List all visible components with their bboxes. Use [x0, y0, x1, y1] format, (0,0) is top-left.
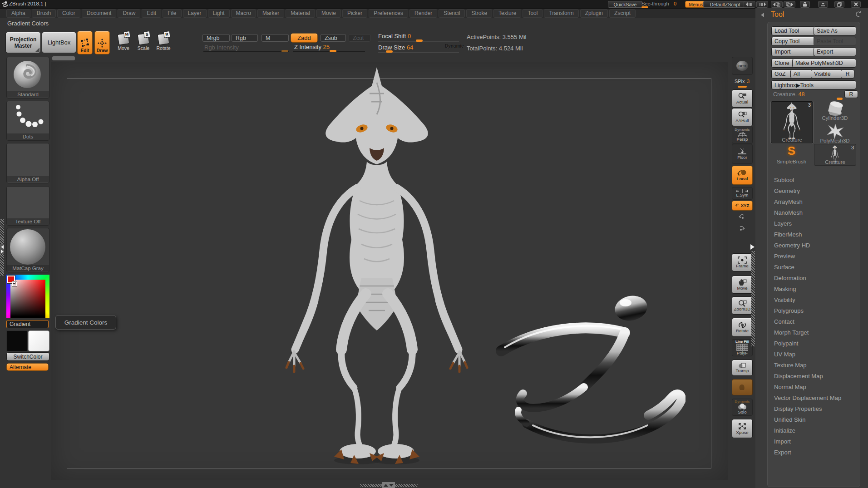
menu-edit[interactable]: Edit — [142, 9, 161, 18]
panel-divider-arrow[interactable] — [750, 244, 755, 250]
menu-document[interactable]: Document — [82, 9, 117, 18]
secondary-color-swatch[interactable] — [28, 330, 49, 351]
bpr-button[interactable]: BPR — [732, 57, 753, 75]
menu-zplugin[interactable]: Zplugin — [580, 9, 608, 18]
section-preview[interactable]: Preview — [768, 251, 860, 261]
section-normal-map[interactable]: Normal Map — [768, 381, 860, 392]
document-canvas[interactable] — [51, 62, 728, 480]
scroll-right-icon[interactable] — [756, 1, 768, 8]
lock-icon[interactable] — [800, 1, 810, 8]
menu-texture[interactable]: Texture — [493, 9, 521, 18]
tool-r-button[interactable]: R — [844, 90, 858, 98]
m-button[interactable]: M — [261, 34, 289, 42]
menu-material[interactable]: Material — [286, 9, 315, 18]
spix-control[interactable]: SPix 3 — [731, 77, 753, 88]
palette-reset-icon[interactable] — [855, 11, 862, 18]
menu-light[interactable]: Light — [208, 9, 230, 18]
section-display-properties[interactable]: Display Properties — [768, 403, 860, 414]
tool-thumbnail-cylinder3d[interactable]: Cylinder3D — [814, 100, 855, 121]
scale-button[interactable]: S Scale — [134, 34, 153, 51]
move-button[interactable]: M Move — [114, 34, 133, 51]
section-import[interactable]: Import — [768, 436, 860, 447]
switch-color-button[interactable]: SwitchColor — [6, 352, 49, 361]
section-geometry[interactable]: Geometry — [768, 185, 860, 196]
section-visibility[interactable]: Visibility — [768, 294, 860, 305]
section-surface[interactable]: Surface — [768, 261, 860, 272]
default-zscript-button[interactable]: DefaultZScript — [703, 1, 747, 8]
alpha-thumbnail-off[interactable]: Alpha Off — [6, 143, 49, 183]
section-deformation[interactable]: Deformation — [768, 272, 860, 283]
zadd-button[interactable]: Zadd — [291, 33, 318, 43]
section-initialize[interactable]: Initialize — [768, 425, 860, 436]
aahalf-button[interactable]: AAHalf — [732, 108, 753, 126]
projection-master-button[interactable]: Projection Master — [5, 32, 41, 53]
section-contact[interactable]: Contact — [768, 316, 860, 327]
z-intensity-handle[interactable] — [330, 50, 336, 52]
main-color-swatch[interactable] — [6, 330, 27, 351]
mrgb-button[interactable]: Mrgb — [202, 34, 230, 42]
focal-shift-handle[interactable] — [416, 39, 423, 42]
xpose-button[interactable]: Xpose — [732, 419, 753, 438]
scroll-left-icon[interactable] — [744, 1, 755, 8]
creature-model[interactable] — [272, 64, 481, 468]
minimize-icon[interactable] — [818, 1, 828, 8]
next-document-icon[interactable] — [784, 1, 795, 8]
section-texture-map[interactable]: Texture Map — [768, 360, 860, 370]
menu-render[interactable]: Render — [409, 9, 437, 18]
prev-document-icon[interactable] — [771, 1, 783, 8]
menu-zscript[interactable]: Zscript — [609, 9, 636, 18]
rotate-z-button[interactable] — [732, 224, 752, 233]
current-tool-handle[interactable] — [837, 98, 843, 100]
zcut-button[interactable]: Zcut — [349, 34, 370, 42]
stroke-thumbnail-dots[interactable]: Dots — [6, 101, 49, 141]
paste-tool-button[interactable]: Paste Tool — [814, 37, 856, 46]
menu-picker[interactable]: Picker — [342, 9, 367, 18]
goz-r-button[interactable]: R — [841, 69, 854, 79]
z-intensity-track[interactable] — [293, 51, 365, 52]
menu-stroke[interactable]: Stroke — [466, 9, 492, 18]
section-subtool[interactable]: Subtool — [768, 174, 860, 185]
xyz-button[interactable]: XYZ — [732, 201, 753, 211]
menu-file[interactable]: File — [163, 9, 181, 18]
rotate-y-button[interactable] — [732, 212, 752, 222]
menu-movie[interactable]: Movie — [316, 9, 341, 18]
section-uv-map[interactable]: UV Map — [768, 349, 860, 360]
menu-alpha[interactable]: Alpha — [6, 9, 30, 18]
section-polypaint[interactable]: Polypaint — [768, 338, 860, 349]
persp-button[interactable]: Dynamic Persp — [732, 126, 753, 144]
load-tool-button[interactable]: Load Tool — [771, 26, 815, 35]
local-button[interactable]: Local — [732, 166, 753, 185]
visible-button[interactable]: Visible — [811, 69, 843, 79]
section-fibermesh[interactable]: FiberMesh — [768, 229, 860, 240]
lightbox-button[interactable]: LightBox — [42, 32, 76, 53]
palette-collapse-arrow[interactable] — [761, 13, 764, 17]
tool-thumbnail-simplebrush[interactable]: S SimpleBrush — [771, 145, 812, 165]
menu-color[interactable]: Color — [57, 9, 80, 18]
solo-button[interactable]: Dynamic Solo — [732, 399, 753, 416]
section-arraymesh[interactable]: ArrayMesh — [768, 196, 860, 207]
tool-thumbnail-creature-small[interactable]: 3 Creature — [814, 144, 856, 166]
section-layers[interactable]: Layers — [768, 218, 860, 229]
brush-thumbnail-standard[interactable]: Standard — [6, 57, 49, 99]
section-geometry-hd[interactable]: Geometry HD — [768, 240, 860, 251]
restore-icon[interactable] — [834, 1, 844, 8]
menu-stencil[interactable]: Stencil — [439, 9, 465, 18]
section-nanomesh[interactable]: NanoMesh — [768, 207, 860, 218]
tool-thumbnail-creature-active[interactable]: 3 Creature — [771, 101, 813, 143]
menu-layer[interactable]: Layer — [183, 9, 207, 18]
menu-tool[interactable]: Tool — [523, 9, 542, 18]
color-picker[interactable] — [6, 275, 49, 318]
left-edge-arrows[interactable] — [0, 244, 4, 254]
ghost-button[interactable] — [732, 379, 753, 395]
section-morph-target[interactable]: Morph Target — [768, 327, 860, 338]
draw-button[interactable]: Draw — [94, 31, 110, 54]
transp-button[interactable]: Transp — [732, 360, 753, 376]
floor-button[interactable]: Floor — [732, 144, 753, 164]
gradient-button[interactable]: Gradient — [6, 320, 49, 328]
material-thumbnail-matcap-gray[interactable]: MatCap Gray — [6, 228, 49, 272]
clone-button[interactable]: Clone — [771, 59, 795, 68]
edit-button[interactable]: Edit — [77, 31, 93, 54]
tool-thumbnail-polymesh3d[interactable]: PolyMesh3D — [814, 123, 855, 144]
frame-button[interactable]: Frame — [732, 253, 753, 271]
section-masking[interactable]: Masking — [768, 283, 860, 294]
